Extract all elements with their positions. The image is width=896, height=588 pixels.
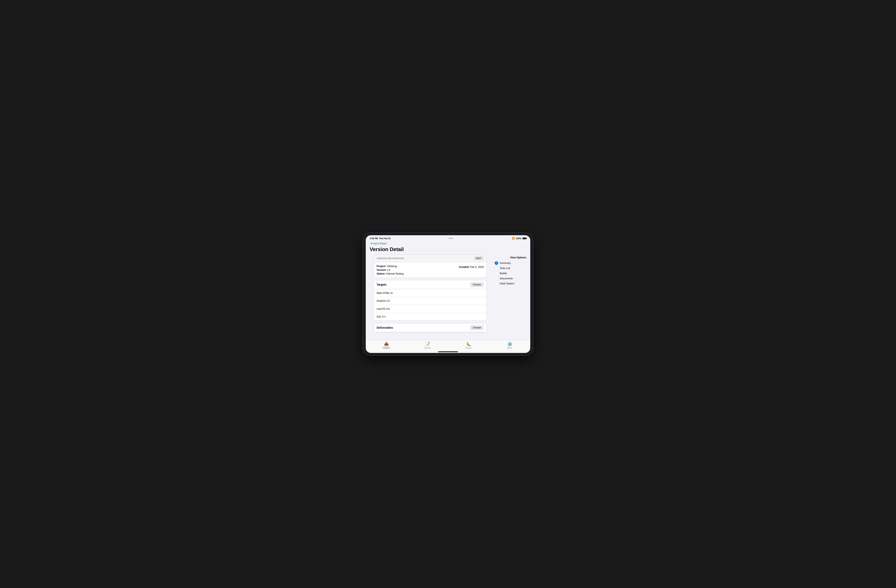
tab-more[interactable]: ⚙️ More — [489, 342, 530, 349]
created-value: Feb 2, 2024 — [470, 266, 484, 269]
view-option-todo-label: Todo List — [500, 267, 510, 270]
back-navigation: ‹ Project Detail — [366, 241, 530, 246]
version-info-card: VERSION INFORMATION EDIT Project: Stinkb… — [374, 254, 487, 278]
project-value: Stinkbug — [387, 265, 397, 267]
radio-documents — [495, 277, 498, 280]
journal-icon: 📝 — [425, 342, 430, 346]
created-label: Created: — [459, 266, 469, 269]
deliverables-choose-button[interactable]: Choose — [470, 325, 484, 330]
device-screen: 3:26 PM Thu Feb 22 ••• 📶 100% ‹ Project … — [366, 235, 530, 353]
tab-issues-label: Issues — [466, 347, 471, 349]
view-option-field-testers[interactable]: Field Testers — [495, 281, 526, 286]
project-field: Project: Stinkbug — [376, 265, 404, 267]
view-option-documents-label: Documents — [500, 277, 513, 280]
date-display: Thu Feb 22 — [379, 237, 391, 240]
list-item: iOS 17+ — [374, 313, 486, 321]
battery-icon — [522, 237, 526, 239]
radio-summary — [495, 261, 498, 265]
edit-button[interactable]: EDIT — [474, 256, 484, 261]
list-item: iPadOS 17+ — [374, 297, 486, 305]
more-icon: ⚙️ — [507, 342, 512, 346]
targets-section: Targets Choose Web HTML 4+ iPadOS 17+ ma… — [374, 280, 487, 321]
tab-more-label: More — [507, 347, 512, 349]
radio-field-testers — [495, 282, 498, 286]
radio-builds — [495, 272, 498, 275]
radio-todo — [495, 266, 498, 270]
view-option-builds-label: Builds — [500, 272, 507, 275]
view-option-summary[interactable]: Summary — [495, 261, 526, 266]
back-label: Project Detail — [371, 242, 386, 245]
wifi-icon: 📶 — [512, 237, 515, 240]
content-layout: VERSION INFORMATION EDIT Project: Stinkb… — [366, 254, 530, 335]
status-bar-left: 3:26 PM Thu Feb 22 — [370, 237, 391, 240]
tab-projects-label: Projects — [383, 347, 390, 349]
tab-journal-label: Journal — [424, 347, 431, 349]
status-bar-right: 📶 100% — [512, 237, 526, 240]
version-label: Version — [376, 269, 386, 271]
deliverables-title: Deliverables — [376, 326, 393, 329]
status-bar: 3:26 PM Thu Feb 22 ••• 📶 100% — [366, 235, 530, 241]
status-bar-dots: ••• — [449, 237, 454, 240]
view-option-builds[interactable]: Builds — [495, 271, 526, 276]
status-label: Status: — [376, 272, 386, 275]
home-indicator — [438, 351, 458, 352]
battery-fill — [523, 238, 526, 239]
created-field: Created: Feb 2, 2024 — [459, 265, 484, 275]
targets-title: Targets — [376, 283, 387, 286]
view-options-title: View Options — [495, 256, 526, 259]
targets-choose-button[interactable]: Choose — [470, 282, 484, 287]
project-label: Project: — [376, 265, 386, 267]
tab-issues[interactable]: 🐛 Issues — [448, 342, 489, 349]
projects-icon: 📥 — [384, 342, 389, 346]
list-item: macOS 14+ — [374, 305, 486, 313]
back-link[interactable]: ‹ Project Detail — [370, 242, 526, 245]
version-field: Version 1.0 — [376, 269, 404, 271]
tab-projects[interactable]: 📥 Projects — [366, 342, 407, 349]
view-options-sidebar: View Options Summary Todo List Builds — [495, 254, 526, 335]
page-title: Version Detail — [366, 246, 530, 254]
issues-icon: 🐛 — [466, 342, 471, 346]
battery-percent: 100% — [516, 237, 521, 240]
view-option-todo[interactable]: Todo List — [495, 266, 526, 271]
status-value: Internal Testing — [386, 272, 404, 275]
status-field: Status: Internal Testing — [376, 272, 404, 275]
tab-bar: 📥 Projects 📝 Journal 🐛 Issues ⚙️ More — [366, 340, 530, 351]
version-value: 1.0 — [387, 269, 390, 271]
view-option-summary-label: Summary — [500, 261, 511, 264]
version-card-body: Project: Stinkbug Version 1.0 Status: In… — [374, 262, 486, 278]
deliverables-header: Deliverables Choose — [374, 323, 486, 332]
back-chevron-icon: ‹ — [370, 242, 371, 245]
time-display: 3:26 PM — [370, 237, 378, 240]
device: 3:26 PM Thu Feb 22 ••• 📶 100% ‹ Project … — [363, 233, 533, 356]
list-item: Web HTML 4+ — [374, 289, 486, 297]
version-fields: Project: Stinkbug Version 1.0 Status: In… — [376, 265, 404, 275]
version-card-header: VERSION INFORMATION EDIT — [374, 255, 486, 262]
main-content: VERSION INFORMATION EDIT Project: Stinkb… — [370, 254, 491, 335]
version-info-label: VERSION INFORMATION — [376, 257, 404, 260]
deliverables-section: Deliverables Choose — [374, 323, 487, 333]
screen-content: ‹ Project Detail Version Detail VERSION … — [366, 241, 530, 340]
view-option-documents[interactable]: Documents — [495, 276, 526, 281]
targets-header: Targets Choose — [374, 280, 486, 289]
tab-journal[interactable]: 📝 Journal — [407, 342, 448, 349]
view-option-field-testers-label: Field Testers — [500, 282, 514, 285]
